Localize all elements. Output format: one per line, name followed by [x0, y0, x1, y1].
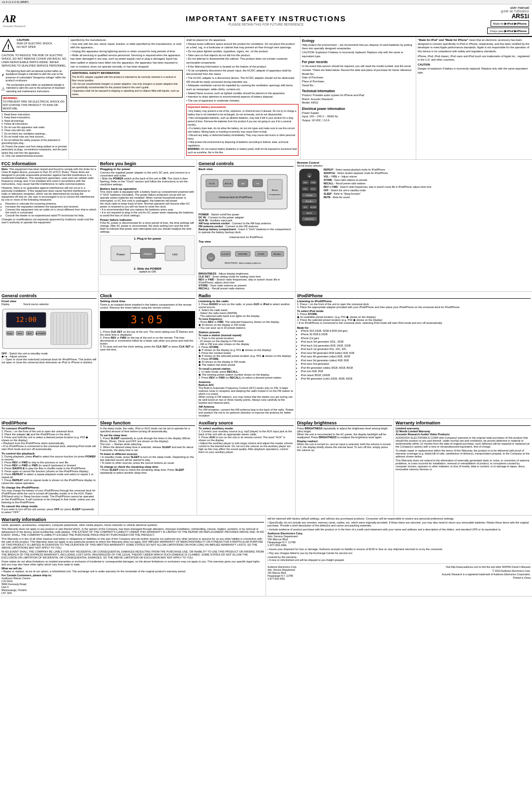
auxiliary-source-section: Auxiliary source To select auxiliary mod…: [197, 419, 296, 515]
ipod-section: iPod/iPhone Listening to iPod/iPhone 1. …: [296, 292, 532, 418]
top-section: ! CAUTION RISK OF ELECTRIC SHOCKDO NOT O…: [0, 37, 532, 160]
brand-name: Acoustic Research: [3, 25, 47, 28]
svg-text:compartment: compartment: [269, 193, 281, 196]
mid-row-1: FCC Information Note: This equipment has…: [0, 160, 532, 292]
svg-text:VOL+: VOL+: [311, 188, 316, 190]
svg-text:STORE: STORE: [258, 253, 265, 255]
svg-text:RECALL: RECALL: [305, 200, 313, 203]
caution-triangle-icon: !: [1, 38, 15, 52]
caution-text: CAUTION RISK OF ELECTRIC SHOCKDO NOT OPE…: [17, 38, 52, 49]
lightning-bolt-icon: [1, 70, 4, 80]
safety-items: 1. Read these instructions. 2. Keep thes…: [1, 113, 67, 158]
caution-description: CAUTION: TO REDUCE THE RISK OF ELECTRIC …: [1, 54, 67, 68]
before-begin-section: Before you begin Plugging in for power C…: [99, 160, 197, 291]
svg-text:DC IN: DC IN: [209, 182, 215, 185]
svg-text:Power: Power: [116, 253, 125, 256]
safety-col-4: "Made for iPod" and "Made for iPhone" me…: [416, 37, 532, 159]
svg-text:SHUFFLE: SHUFFLE: [305, 218, 314, 220]
user-manual-label: user manual: [485, 6, 529, 9]
universal-dock-label: Universal dock for iPod/iPhone: [199, 236, 294, 239]
svg-text:VOL: VOL: [209, 257, 213, 259]
svg-text:REV/FWD: REV/FWD: [238, 253, 248, 255]
sleep-function-section: Sleep function In the sleep mode, the ra…: [99, 419, 197, 515]
footer-trademark: Acoustic Research is a registered tradem…: [442, 573, 531, 576]
footer-phone: 1-877-833-3491: [267, 577, 297, 580]
svg-text:!: !: [3, 88, 3, 90]
svg-text:AM: AM: [241, 182, 244, 185]
caution-block: ! CAUTION RISK OF ELECTRIC SHOCKDO NOT O…: [1, 38, 67, 52]
general-controls-front: General controls Front view Display Soun…: [0, 292, 99, 418]
exclamation-triangle-icon: !: [1, 83, 5, 94]
save-notice: PLEASE RETAIN THIS FOR FUTURE REFERENCE: [47, 23, 485, 26]
brand-logo: AR Acoustic Research: [3, 13, 47, 28]
clock-title: Clock: [100, 293, 195, 299]
footer-copyright: © 2010 Audiovox Electronics Corp.: [442, 569, 531, 572]
remote-instructions: REPEAT - Select repeat playback mode for…: [324, 168, 431, 227]
front-view-svg: 12:00 Radio iPod AUX ▶ POWER: [1, 307, 93, 351]
version-text: v1.0 (1.0.2.0) (BMP): [2, 0, 29, 3]
footer-block: Audiovox Electronics Corp. Attn: Service…: [267, 563, 531, 580]
svg-text:MUTE: MUTE: [306, 212, 312, 214]
ecology-block: Ecology Help protect the environment – w…: [302, 38, 414, 58]
clock-section: Clock Setting clock time There is an iso…: [99, 292, 197, 418]
svg-text:Unit: Unit: [172, 253, 177, 256]
svg-text:iPod: iPod: [18, 332, 22, 335]
footer-printed: Printed in China: [442, 576, 531, 579]
made-for-label-2: Conçu pour: [490, 30, 503, 33]
exclamation-description: The exclamation point within an equilate…: [6, 83, 67, 93]
made-for-badge-2: Conçu pour ▶iPod ▶iPhone: [487, 28, 529, 34]
warning-label: WARNING:: [3, 97, 66, 100]
bottom-row-1: iPod/iPhone To connect iPod/iPhone 1. Pr…: [0, 419, 532, 516]
safety-left-panel: ! CAUTION RISK OF ELECTRIC SHOCKDO NOT O…: [0, 37, 69, 159]
mid-row-2: General controls Front view Display Soun…: [0, 292, 532, 419]
fcc-title: FCC Information: [1, 161, 97, 167]
svg-text:CLK SET: CLK SET: [222, 253, 230, 255]
svg-text:FWD: FWD: [311, 181, 315, 184]
guide-label: guide de l'utilisateur: [485, 9, 529, 13]
svg-text:SLEEP: SLEEP: [310, 206, 317, 209]
ipod-title: iPod/iPhone: [297, 293, 531, 299]
top-view-svg: VOL CLK SET REV/FWD STORE RECALL BRIGHTN…: [199, 244, 290, 271]
warranty-title: Warranty information: [396, 420, 531, 426]
svg-text:VOL-: VOL-: [303, 188, 308, 190]
model-block: user manual guide de l'utilisateur ARS1i…: [485, 6, 529, 35]
display-brightness-title: Display brightness: [297, 420, 392, 426]
svg-text:OFF: OFF: [303, 206, 308, 209]
svg-text:AUX IN: AUX IN: [225, 182, 231, 185]
important-battery-box: Important battery precautions • Any batt…: [186, 104, 299, 156]
main-title: IMPORTANT SAFETY INSTRUCTIONS: [47, 14, 485, 23]
svg-text:Universal dock for iPod/iPhone: Universal dock for iPod/iPhone: [219, 196, 253, 199]
plug-diagram-svg: Power Adapter Unit: [108, 241, 187, 266]
page: v1.0 (1.0.2.0) (BMP) AR Acoustic Researc…: [0, 0, 532, 596]
model-number: ARS1i: [485, 13, 529, 20]
svg-text:12:00: 12:00: [16, 315, 36, 323]
svg-text:AUX: AUX: [28, 332, 32, 335]
ipod-controls-title: iPod/iPhone: [1, 420, 97, 426]
before-begin-title: Before you begin: [100, 161, 195, 167]
svg-text:BRIGHTNESS - Adjust display br: BRIGHTNESS - Adjust display brightness: [225, 262, 261, 264]
technical-info-block: Technical information Product: Portable …: [302, 89, 414, 105]
sleep-function-title: Sleep function: [100, 420, 195, 426]
safety-col-1: specified by the manufacturer. • Use onl…: [69, 37, 185, 159]
svg-text:REV: REV: [303, 181, 308, 184]
warranty-left: Warranty information cards, speakers, ac…: [0, 516, 266, 596]
safety-col-3: Ecology Help protect the environment – w…: [300, 37, 416, 159]
auxiliary-source-title: Auxiliary source: [199, 420, 294, 426]
right-columns: specified by the manufacturer. • Use onl…: [69, 37, 532, 159]
remote-control-svg: ▲ REV FWD VOL- VOL+ STORE RECALL OFF: [297, 168, 322, 227]
footer-content: Audiovox Electronics Corp. Attn: Service…: [267, 565, 531, 580]
svg-text:Battery: Battery: [272, 189, 278, 191]
lightning-description: The lightning flash with arrowhead symbo…: [6, 70, 67, 82]
svg-text:STORE: STORE: [306, 194, 313, 197]
brand-initials: AR: [3, 13, 47, 25]
additional-safety-box: ADDITIONAL SAFETY INFORMATION The AC/DC …: [70, 70, 183, 98]
lightning-block: The lightning flash with arrowhead symbo…: [1, 70, 67, 82]
warranty-section: Warranty information Limited warranty 12…: [394, 419, 532, 515]
footer-right-block: Visit http://www.audiovox.com to find th…: [442, 565, 531, 579]
clock-display: 3:05: [100, 311, 195, 328]
ipod-made-for-block: Made for: iPhone 3GS 16GB, 32GB & 8GB (3…: [297, 326, 531, 381]
warranty-row-full: Warranty information cards, speakers, ac…: [0, 516, 532, 596]
exclamation-block: ! The exclamation point within an equila…: [1, 83, 67, 94]
warning-box: WARNING: TO PREVENT FIRE OR ELECTRICAL S…: [1, 95, 67, 112]
remote-section: Remote Control Sound source selection ▲ …: [296, 160, 532, 291]
